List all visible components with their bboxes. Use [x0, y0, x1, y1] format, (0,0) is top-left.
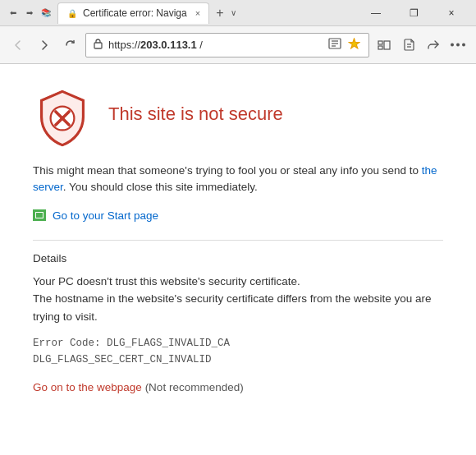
error-header: This site is not secure [33, 89, 443, 148]
more-icon[interactable] [446, 34, 469, 57]
forward-btn[interactable] [33, 34, 56, 57]
details-line2: The hostname in the website's security c… [33, 292, 432, 323]
server-link[interactable]: the server [33, 164, 437, 193]
favorites-star-icon[interactable] [346, 36, 362, 53]
restore-btn[interactable]: ❐ [396, 0, 432, 26]
svg-rect-6 [378, 46, 382, 49]
page-content: This site is not secure This might mean … [0, 64, 476, 455]
error-code-line1: Error Code: DLG_FLAGS_INVALID_CA [33, 338, 230, 349]
new-tab-btn[interactable]: + [213, 6, 227, 21]
refresh-btn[interactable] [59, 34, 82, 57]
tab-close-btn[interactable]: × [195, 8, 200, 18]
home-icon-inner [35, 212, 43, 218]
share-icon[interactable] [422, 34, 445, 57]
minimize-btn[interactable]: — [358, 0, 394, 26]
toolbar-icons [373, 34, 469, 57]
error-title: This site is not secure [108, 89, 283, 125]
back-btn[interactable] [7, 34, 30, 57]
svg-point-10 [451, 44, 454, 47]
window-controls: — ❐ × [358, 0, 469, 26]
bookmarks-btn[interactable]: 📚 [39, 7, 53, 20]
details-body: Your PC doesn't trust this website's sec… [33, 273, 443, 326]
tab-favicon-icon: 🔒 [66, 7, 78, 19]
address-input[interactable]: https://203.0.113.1 / [85, 33, 369, 57]
back-page-btn[interactable]: ⬅ [7, 7, 20, 20]
start-page-icon [33, 209, 46, 221]
details-line1: Your PC doesn't trust this website's sec… [33, 275, 300, 287]
lock-icon [93, 38, 103, 52]
details-section: Details Your PC doesn't trust this websi… [33, 240, 443, 394]
svg-point-12 [462, 44, 465, 47]
go-on-webpage-link[interactable]: Go on to the webpage [33, 381, 142, 393]
tab-dropdown-btn[interactable]: ∨ [227, 8, 240, 17]
notes-icon[interactable] [397, 34, 420, 57]
close-btn[interactable]: × [433, 0, 469, 26]
address-text: https://203.0.113.1 / [108, 39, 322, 51]
svg-rect-5 [378, 41, 382, 44]
address-icons [327, 36, 362, 53]
forward-page-btn[interactable]: ➡ [23, 7, 36, 20]
error-body: This might mean that someone's trying to… [33, 163, 443, 196]
address-bar: https://203.0.113.1 / [0, 26, 476, 64]
hub-icon[interactable] [373, 34, 396, 57]
reader-mode-icon[interactable] [327, 36, 343, 53]
tabs-area: 🔒 Certificate error: Naviga × + ∨ [57, 2, 353, 24]
details-label: Details [33, 252, 443, 264]
svg-rect-7 [384, 41, 390, 49]
error-code: Error Code: DLG_FLAGS_INVALID_CA DLG_FLA… [33, 335, 443, 368]
shield-icon [33, 89, 92, 148]
title-bar-controls: ⬅ ➡ 📚 [7, 7, 53, 20]
not-recommended-text: (Not recommended) [145, 381, 244, 393]
error-code-line2: DLG_FLAGS_SEC_CERT_CN_INVALID [33, 354, 212, 365]
start-page-text[interactable]: Go to your Start page [53, 209, 158, 222]
active-tab[interactable]: 🔒 Certificate error: Naviga × [57, 2, 209, 24]
tab-title: Certificate error: Naviga [83, 7, 187, 19]
start-page-link[interactable]: Go to your Start page [33, 209, 443, 222]
svg-point-11 [456, 44, 460, 47]
go-on-link: Go on to the webpage (Not recommended) [33, 381, 443, 393]
svg-rect-0 [94, 43, 102, 48]
title-bar: ⬅ ➡ 📚 🔒 Certificate error: Naviga × + ∨ … [0, 0, 476, 26]
